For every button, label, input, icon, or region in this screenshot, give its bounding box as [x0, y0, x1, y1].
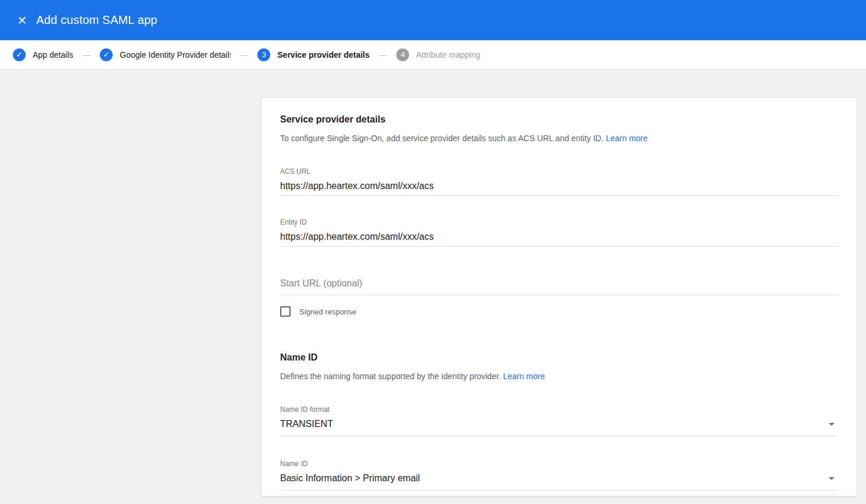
acs-url-input[interactable]: [280, 176, 838, 196]
card-description-text: To configure Single Sign-On, add service…: [280, 134, 603, 143]
name-id-description: Defines the naming format supported by t…: [280, 370, 838, 382]
signed-response-row[interactable]: Signed response: [280, 306, 838, 317]
entity-id-field: Entity ID: [280, 218, 838, 247]
name-id-select[interactable]: Name ID Basic Information > Primary emai…: [280, 460, 838, 491]
name-id-label: Name ID: [280, 460, 838, 468]
add-custom-saml-app-dialog: ✕ Add custom SAML app ✓ App details — ✓ …: [0, 0, 866, 504]
stepper: ✓ App details — ✓ Google Identity Provid…: [0, 40, 866, 69]
content-area: Service provider details To configure Si…: [0, 69, 866, 504]
start-url-input[interactable]: [280, 274, 838, 295]
check-icon: ✓: [103, 51, 110, 58]
card-description: To configure Single Sign-On, add service…: [280, 132, 838, 144]
dropdown-arrow-icon: [829, 477, 834, 480]
entity-id-input[interactable]: [280, 226, 838, 247]
step-4-label: Attribute mapping: [416, 50, 480, 60]
step-2-completed-circle: ✓: [100, 48, 113, 61]
card-title: Service provider details: [280, 114, 838, 125]
dialog-title: Add custom SAML app: [36, 13, 158, 27]
step-4-upcoming-circle: 4: [396, 48, 409, 61]
step-1-label: App details: [33, 50, 73, 60]
name-id-section-title: Name ID: [280, 352, 838, 363]
acs-url-label: ACS URL: [280, 167, 838, 176]
learn-more-link[interactable]: Learn more: [503, 372, 545, 381]
step-3-active-circle: 3: [257, 48, 270, 61]
acs-url-field: ACS URL: [280, 167, 838, 196]
step-3-number: 3: [262, 51, 266, 58]
learn-more-link[interactable]: Learn more: [606, 134, 648, 143]
step-2-label: Google Identity Provider details: [120, 50, 231, 60]
step-app-details[interactable]: ✓ App details: [13, 48, 73, 61]
service-provider-details-card: Service provider details To configure Si…: [261, 97, 857, 496]
name-id-value: Basic Information > Primary email: [280, 472, 420, 485]
name-id-format-select[interactable]: Name ID format TRANSIENT: [280, 405, 838, 436]
name-id-format-value: TRANSIENT: [280, 418, 333, 430]
step-3-label: Service provider details: [277, 50, 369, 60]
step-separator: —: [240, 50, 248, 60]
step-attribute-mapping: 4 Attribute mapping: [396, 48, 480, 61]
check-icon: ✓: [16, 51, 23, 58]
signed-response-label: Signed response: [299, 307, 357, 316]
name-id-description-text: Defines the naming format supported by t…: [280, 372, 501, 381]
name-id-value-row[interactable]: Basic Information > Primary email: [280, 468, 838, 491]
step-google-identity-provider-details[interactable]: ✓ Google Identity Provider details: [100, 48, 231, 61]
close-icon: ✕: [18, 14, 27, 27]
name-id-format-label: Name ID format: [280, 405, 838, 414]
entity-id-label: Entity ID: [280, 218, 838, 226]
step-separator: —: [82, 50, 90, 60]
start-url-field: [280, 274, 838, 295]
close-button[interactable]: ✕: [12, 10, 33, 31]
name-id-format-value-row[interactable]: TRANSIENT: [280, 414, 838, 436]
signed-response-checkbox[interactable]: [280, 306, 291, 317]
dialog-header: ✕ Add custom SAML app: [0, 0, 866, 40]
dropdown-arrow-icon: [829, 423, 834, 426]
step-service-provider-details[interactable]: 3 Service provider details: [257, 48, 369, 61]
step-1-completed-circle: ✓: [13, 48, 26, 61]
step-4-number: 4: [401, 51, 405, 58]
step-separator: —: [379, 50, 387, 60]
